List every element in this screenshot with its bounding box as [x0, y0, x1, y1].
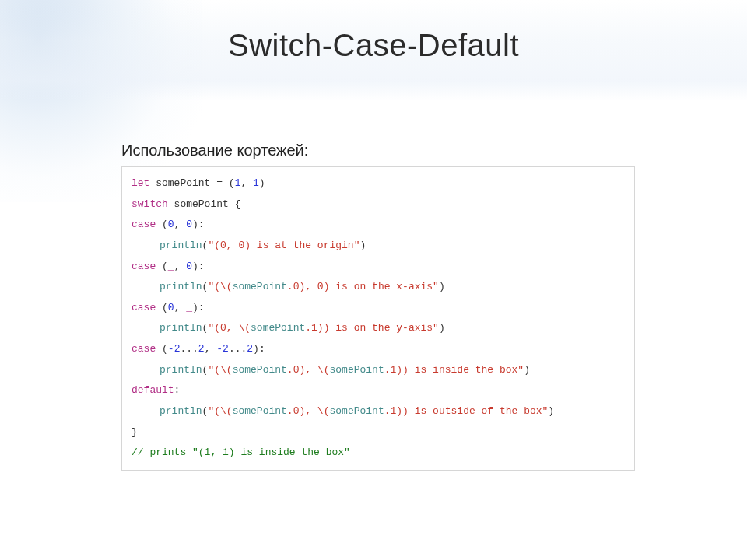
func-println: println	[160, 405, 202, 417]
code-text: ):	[192, 219, 205, 230]
code-block: let somePoint = (1, 1) switch somePoint …	[121, 166, 635, 471]
code-text: ,	[174, 219, 187, 230]
string: "(0, 0) is at the origin"	[208, 240, 359, 251]
code-line: // prints "(1, 1) is inside the box"	[132, 443, 625, 464]
code-line: let somePoint = (1, 1)	[132, 173, 625, 194]
code-text: (	[156, 219, 168, 230]
interp-id: somePoint	[233, 405, 287, 417]
code-line: }	[132, 422, 625, 443]
code-text: )	[259, 177, 265, 189]
number: -2	[216, 343, 229, 355]
slide-subtitle: Использование кортежей:	[121, 142, 308, 159]
code-line: case (0, _):	[132, 298, 625, 319]
number: 0	[186, 219, 192, 230]
string-part: .1	[384, 405, 397, 417]
wildcard: _	[168, 261, 174, 272]
func-println: println	[160, 240, 202, 251]
code-text: )	[359, 240, 366, 251]
string-part: .1	[384, 364, 397, 376]
string-part: "(0, \(	[208, 322, 251, 334]
string-part: )) is inside the box"	[396, 364, 524, 376]
string-part: .0	[287, 364, 300, 376]
number: -2	[168, 343, 181, 355]
string-part: "(\(	[208, 281, 232, 292]
code-line: case (0, 0):	[132, 215, 625, 236]
number: 0	[168, 302, 174, 313]
code-text: ...	[180, 343, 198, 355]
number: 2	[198, 343, 205, 355]
code-text: )	[524, 364, 530, 376]
number: 0	[168, 219, 174, 230]
code-text: :	[174, 384, 181, 396]
code-text: ):	[253, 343, 265, 355]
code-text: (	[156, 343, 168, 355]
code-line: println("(\(somePoint.0), 0) is on the x…	[132, 277, 625, 298]
code-text: (	[156, 302, 168, 313]
code-text: ,	[205, 343, 217, 355]
string-part: .0	[287, 405, 300, 417]
code-line: println("(0, \(somePoint.1)) is on the y…	[132, 318, 625, 339]
code-text: ):	[192, 261, 205, 272]
wildcard: _	[186, 302, 192, 313]
keyword-case: case	[132, 302, 156, 313]
code-text: )	[548, 405, 554, 417]
code-line: println("(\(somePoint.0), \(somePoint.1)…	[132, 360, 625, 381]
number: 1	[253, 177, 259, 189]
interp-id: somePoint	[329, 364, 384, 376]
string-part: )) is on the y-axis"	[317, 322, 439, 334]
code-text: ,	[174, 302, 187, 313]
string-part: .1	[305, 322, 317, 334]
string-part: ), \(	[299, 364, 329, 376]
keyword-case: case	[132, 219, 156, 230]
code-text: )	[439, 281, 445, 292]
code-text: somePoint {	[168, 198, 241, 210]
code-line: println("(\(somePoint.0), \(somePoint.1)…	[132, 401, 625, 422]
string-part: ), 0) is on the x-axis"	[299, 281, 438, 292]
code-line: case (-2...2, -2...2):	[132, 339, 625, 360]
string-part: "(\(	[208, 405, 232, 417]
code-text: ...	[229, 343, 247, 355]
number: 2	[247, 343, 253, 355]
keyword-default: default	[132, 384, 174, 396]
interp-id: somePoint	[233, 364, 287, 376]
number: 0	[186, 261, 192, 272]
code-text: )	[439, 322, 445, 334]
keyword-switch: switch	[132, 198, 168, 210]
func-println: println	[160, 364, 202, 376]
interp-id: somePoint	[329, 405, 384, 417]
code-text: ):	[192, 302, 205, 313]
code-line: switch somePoint {	[132, 194, 625, 215]
func-println: println	[160, 281, 202, 292]
code-text: ,	[174, 261, 187, 272]
code-text: (	[156, 261, 168, 272]
func-println: println	[160, 322, 202, 334]
keyword-case: case	[132, 343, 156, 355]
code-text: ,	[240, 177, 253, 189]
code-text: }	[132, 426, 138, 438]
code-line: default:	[132, 380, 625, 401]
slide-title: Switch-Case-Default	[0, 28, 747, 63]
slide: Switch-Case-Default Использование кортеж…	[0, 0, 747, 560]
code-line: case (_, 0):	[132, 257, 625, 278]
keyword-let: let	[132, 177, 149, 189]
code-line: println("(0, 0) is at the origin")	[132, 236, 625, 257]
interp-id: somePoint	[251, 322, 305, 334]
string-part: .0	[287, 281, 300, 292]
interp-id: somePoint	[233, 281, 287, 292]
string-part: )) is outside of the box"	[396, 405, 548, 417]
comment: // prints "(1, 1) is inside the box"	[132, 446, 350, 458]
keyword-case: case	[132, 261, 156, 272]
string-part: ), \(	[299, 405, 329, 417]
code-text: somePoint = (	[149, 177, 234, 189]
string-part: "(\(	[208, 364, 232, 376]
